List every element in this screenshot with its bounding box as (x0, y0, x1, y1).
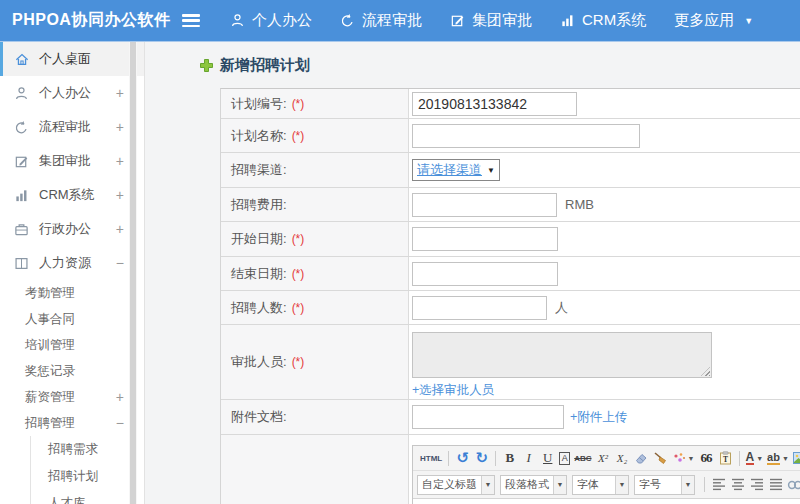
sidebar-item-process-approval[interactable]: 流程审批 + (0, 110, 144, 144)
nav-process-approval[interactable]: 流程审批 (326, 11, 436, 30)
form-row-recruit-cost: 招聘费用: RMB (221, 188, 800, 222)
sidebar-item-personal-office[interactable]: 个人办公 + (0, 76, 144, 110)
strikethrough-button[interactable]: ABC (574, 449, 591, 467)
plan-name-input[interactable] (412, 124, 640, 148)
clipboard-icon: T (719, 451, 732, 465)
sidebar-item-hr-contract[interactable]: 人事合同 (0, 306, 144, 332)
hr-submenu: 考勤管理 人事合同 培训管理 奖惩记录 薪资管理 + 招聘管理 − 招聘需求 招… (0, 280, 144, 504)
briefcase-icon (14, 222, 31, 237)
eraser-button[interactable] (634, 449, 649, 467)
field-label: 招聘渠道: (231, 161, 287, 179)
select-approvers-link[interactable]: +选择审批人员 (412, 382, 494, 399)
expand-plus-icon[interactable]: + (116, 153, 124, 169)
caret-down-icon: ▼ (744, 16, 753, 26)
insert-image-button[interactable] (793, 449, 800, 467)
plan-number-input[interactable] (412, 92, 577, 116)
sidebar-scrollbar[interactable] (129, 42, 137, 504)
resize-handle-icon[interactable] (701, 367, 710, 376)
redo-button[interactable]: ↻ (474, 449, 489, 467)
sidebar-item-label: 个人办公 (39, 84, 91, 102)
sidebar-item-recruit-plan[interactable]: 招聘计划 (31, 463, 144, 490)
nav-personal-office[interactable]: 个人办公 (216, 11, 326, 30)
sidebar-item-reward-punishment[interactable]: 奖惩记录 (0, 358, 144, 384)
expand-plus-icon[interactable]: + (116, 85, 124, 101)
font-size-select[interactable]: 字号 ▼ (634, 475, 695, 495)
underline-button[interactable]: U (540, 449, 555, 467)
form-row-plan-name: 计划名称:(*) (221, 119, 800, 153)
sidebar-subitem-label: 人事合同 (25, 311, 75, 328)
sidebar-item-attendance[interactable]: 考勤管理 (0, 280, 144, 306)
sidebar-item-admin-office[interactable]: 行政办公 + (0, 212, 144, 246)
font-color-button[interactable]: A ▼ (746, 449, 764, 467)
chain-link-icon (787, 479, 800, 491)
paste-button[interactable]: T (718, 449, 733, 467)
expand-plus-icon[interactable]: + (116, 221, 124, 237)
collapse-minus-icon[interactable]: − (116, 255, 124, 271)
hamburger-menu-icon[interactable] (182, 14, 200, 27)
bar-chart-icon (560, 13, 575, 28)
superscript-button[interactable]: X² (596, 449, 611, 467)
main-content: 新增招聘计划 计划编号:(*) 计划名称:(*) 招聘渠道: 请选择渠道 ▼ 招… (145, 42, 800, 504)
sidebar-item-training[interactable]: 培训管理 (0, 332, 144, 358)
nav-crm-system[interactable]: CRM系统 (546, 11, 660, 30)
field-label: 招聘人数: (231, 299, 287, 317)
sidebar-item-human-resources[interactable]: 人力资源 − (0, 246, 144, 280)
add-icon (200, 59, 213, 72)
expand-plus-icon[interactable]: + (116, 389, 124, 405)
autotypeset-button[interactable]: A (559, 452, 570, 465)
align-left-button[interactable] (711, 476, 726, 494)
format-brush-button[interactable] (653, 449, 668, 467)
expand-plus-icon[interactable]: + (116, 187, 124, 203)
link-button[interactable] (787, 476, 800, 494)
form-row-plan-number: 计划编号:(*) (221, 89, 800, 119)
align-right-button[interactable] (749, 476, 764, 494)
align-center-button[interactable] (730, 476, 745, 494)
page-title-row: 新增招聘计划 (200, 55, 800, 75)
sidebar-item-group-approval[interactable]: 集团审批 + (0, 144, 144, 178)
sidebar-item-recruit-demand[interactable]: 招聘需求 (31, 436, 144, 463)
font-color-letter: A (746, 451, 755, 465)
collapse-minus-icon[interactable]: − (116, 415, 124, 431)
end-date-input[interactable] (412, 262, 558, 286)
edit-icon (14, 154, 31, 169)
italic-button[interactable]: I (521, 449, 536, 467)
paragraph-format-select[interactable]: 段落格式 ▼ (500, 475, 567, 495)
headcount-input[interactable] (412, 296, 547, 320)
recruit-cost-input[interactable] (412, 193, 557, 217)
attachment-input[interactable] (412, 405, 564, 429)
editor-content-area[interactable] (413, 498, 800, 504)
attachment-upload-link[interactable]: +附件上传 (570, 409, 627, 426)
broom-icon (653, 451, 667, 465)
heading-select[interactable]: 自定义标题 ▼ (417, 475, 495, 495)
nav-more-apps[interactable]: 更多应用 ▼ (660, 11, 767, 30)
sidebar-item-crm-system[interactable]: CRM系统 + (0, 178, 144, 212)
align-left-icon (712, 478, 726, 491)
sidebar-subitem-label: 招聘管理 (25, 415, 75, 432)
font-family-select[interactable]: 字体 ▼ (572, 475, 629, 495)
nav-group-approval[interactable]: 集团审批 (436, 11, 546, 30)
html-source-button[interactable]: HTML (420, 449, 442, 467)
align-justify-button[interactable] (768, 476, 783, 494)
recruit-channel-select[interactable]: 请选择渠道 ▼ (412, 159, 500, 181)
highlight-color-button[interactable]: ab ▼ (767, 449, 789, 467)
select-label: 字号 (635, 477, 681, 492)
caret-down-icon: ▼ (481, 476, 494, 494)
subscript-button[interactable]: X₂ (615, 449, 630, 467)
sidebar-item-personal-desktop[interactable]: 个人桌面 (0, 42, 144, 76)
sidebar-item-salary[interactable]: 薪资管理 + (0, 384, 144, 410)
approvers-textarea[interactable] (412, 332, 712, 378)
field-label: 审批人员: (231, 353, 287, 371)
process-arrow-icon (340, 13, 355, 28)
sidebar-item-label: 行政办公 (39, 220, 91, 238)
svg-text:T: T (722, 455, 727, 464)
paint-format-button[interactable]: ▼ (672, 449, 695, 467)
sidebar-item-recruit-management[interactable]: 招聘管理 − (0, 410, 144, 436)
undo-button[interactable]: ↺ (455, 449, 470, 467)
start-date-input[interactable] (412, 227, 558, 251)
bold-button[interactable]: B (502, 449, 517, 467)
expand-plus-icon[interactable]: + (116, 119, 124, 135)
blockquote-button[interactable]: 66 (699, 449, 714, 467)
sidebar-item-talent-pool[interactable]: 人才库 (31, 490, 144, 504)
align-justify-icon (769, 478, 783, 491)
scrollbar-thumb[interactable] (130, 42, 136, 504)
